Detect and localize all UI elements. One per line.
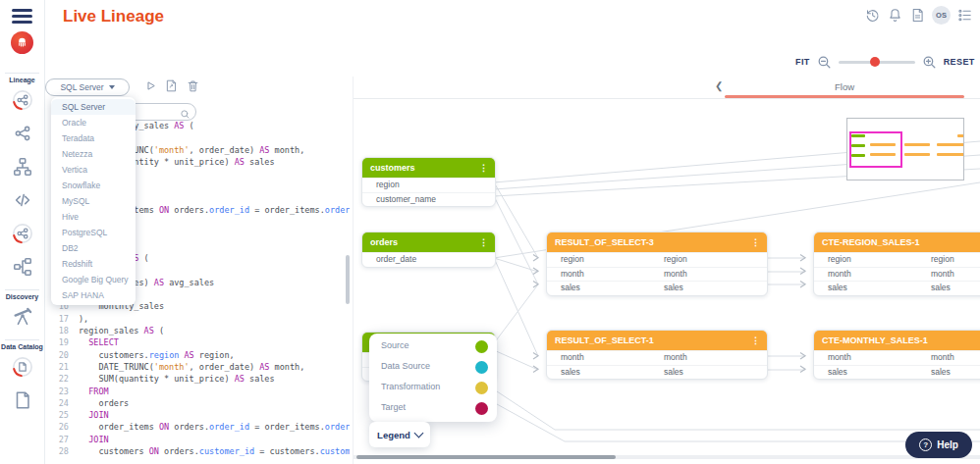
node-field: month: [664, 351, 767, 365]
zoom-slider-thumb[interactable]: [870, 57, 880, 67]
code-line: 26 order_items ON orders.order_id = orde…: [45, 421, 350, 433]
user-avatar[interactable]: OS: [932, 6, 951, 25]
node-header[interactable]: CTE-REGION_SALES-1⋮: [814, 232, 980, 252]
document-icon[interactable]: [12, 389, 33, 411]
tab-flow[interactable]: Flow: [725, 81, 964, 92]
dropdown-item-vertica[interactable]: Vertica: [51, 162, 136, 178]
share-nodes-icon[interactable]: [12, 123, 33, 144]
node-field-row[interactable]: monthmonth: [547, 350, 767, 365]
legend-item-source: Source: [369, 335, 497, 356]
node-header[interactable]: RESULT_OF_SELECT-3⋮: [547, 232, 767, 252]
zoom-slider[interactable]: [839, 61, 915, 64]
hamburger-menu-icon[interactable]: [12, 9, 32, 24]
sql-editor-panel[interactable]: SQL Server 1WITH monthly_sales AS (2 SEL…: [45, 54, 353, 464]
node-field-row[interactable]: salessales: [547, 365, 767, 380]
dropdown-item-snowflake[interactable]: Snowflake: [51, 178, 136, 193]
sitemap-icon[interactable]: [12, 156, 33, 178]
code-line: 22 SUM(quantity * unit_price) AS sales: [45, 373, 350, 385]
node-result-of-select-1[interactable]: RESULT_OF_SELECT-1⋮monthmonthsalessales: [546, 330, 768, 380]
telescope-icon[interactable]: [12, 306, 33, 328]
node-field-row[interactable]: salessales: [814, 281, 980, 295]
history-icon[interactable]: [864, 7, 881, 24]
question-icon: ?: [919, 438, 932, 451]
node-customers[interactable]: customers⋮regioncustomer_name: [361, 157, 496, 207]
minimap-transform-bar: [957, 134, 964, 137]
node-field: region: [931, 253, 980, 267]
node-menu-icon[interactable]: ⋮: [751, 232, 760, 252]
node-field-row[interactable]: regionregion: [547, 252, 767, 267]
node-header[interactable]: RESULT_OF_SELECT-1⋮: [547, 331, 767, 350]
dropdown-item-db2[interactable]: DB2: [51, 240, 136, 256]
dropdown-item-hive[interactable]: Hive: [51, 209, 136, 225]
impact-circular-icon[interactable]: [12, 223, 33, 244]
tab-scroll-left-icon[interactable]: ❮: [715, 80, 723, 91]
zoom-in-icon[interactable]: [921, 54, 938, 71]
dropdown-item-sap-hana[interactable]: SAP HANA: [51, 287, 136, 303]
node-title: CTE-REGION_SALES-1: [822, 237, 920, 247]
node-menu-icon[interactable]: ⋮: [479, 158, 488, 178]
node-cte-monthly-sales-1[interactable]: CTE-MONTHLY_SALES-1⋮monthmonthsalessales: [813, 330, 980, 380]
sidebar-sections: LineageDiscoveryData Catalog: [0, 67, 44, 423]
node-field: month: [828, 268, 931, 282]
node-field: sales: [828, 282, 931, 295]
reset-button[interactable]: RESET: [944, 57, 975, 67]
catalog-circular-icon[interactable]: [12, 356, 33, 378]
hierarchy-icon[interactable]: [12, 256, 33, 278]
editor-vertical-scrollbar[interactable]: [346, 255, 350, 304]
legend-popup: SourceData SourceTransformationTarget: [369, 334, 497, 422]
bell-icon[interactable]: [887, 7, 903, 24]
dropdown-item-oracle[interactable]: Oracle: [51, 115, 136, 130]
dropdown-item-teradata[interactable]: Teradata: [51, 130, 136, 146]
minimap-viewport[interactable]: [849, 131, 902, 168]
settings-list-icon[interactable]: [956, 7, 973, 24]
zoom-out-icon[interactable]: [816, 54, 833, 71]
code-line: 27 JOIN: [45, 434, 350, 445]
section-divider: [5, 339, 39, 340]
minimap[interactable]: [846, 118, 964, 180]
code-icon[interactable]: [12, 189, 33, 211]
help-button[interactable]: ? Help: [905, 432, 972, 458]
node-field-row[interactable]: order_date: [362, 252, 495, 267]
dropdown-item-redshift[interactable]: Redshift: [51, 256, 136, 272]
node-orders[interactable]: orders⋮order_date: [361, 232, 496, 268]
dropdown-item-mysql[interactable]: MySQL: [51, 193, 136, 209]
lineage-canvas[interactable]: SourceData SourceTransformationTarget Le…: [354, 98, 980, 464]
dialect-dropdown-button[interactable]: SQL Server: [45, 78, 130, 96]
node-cte-region-sales-1[interactable]: CTE-REGION_SALES-1⋮regionregionmonthmont…: [813, 232, 980, 296]
node-field-row[interactable]: salessales: [547, 281, 767, 295]
chevron-down-icon: [413, 429, 423, 438]
node-result-of-select-3[interactable]: RESULT_OF_SELECT-3⋮regionregionmonthmont…: [546, 232, 768, 296]
node-field: month: [931, 351, 980, 365]
relationship-circular-icon[interactable]: [12, 89, 33, 111]
node-field-row[interactable]: salessales: [814, 365, 980, 380]
code-line: 18region_sales AS (: [45, 325, 350, 336]
dropdown-item-postgresql[interactable]: PostgreSQL: [51, 225, 136, 240]
dropdown-item-sql-server[interactable]: SQL Server: [51, 99, 136, 115]
fit-button[interactable]: FIT: [795, 57, 810, 67]
code-line: 28 customers ON orders.customer_id = cus…: [45, 445, 350, 457]
node-field-row[interactable]: region: [362, 178, 495, 192]
changelog-icon[interactable]: [909, 7, 926, 24]
node-header[interactable]: customers⋮: [362, 158, 495, 178]
run-button[interactable]: [143, 78, 158, 93]
legend-button[interactable]: Legend: [369, 422, 430, 447]
dropdown-item-google-big-query[interactable]: Google Big Query: [51, 272, 136, 287]
node-header[interactable]: CTE-MONTHLY_SALES-1⋮: [814, 331, 980, 350]
node-field: sales: [561, 282, 664, 295]
legend-item-label: Source: [381, 340, 409, 350]
active-tab-underline: [725, 95, 964, 98]
copy-script-button[interactable]: [164, 78, 179, 93]
app-logo-icon[interactable]: [11, 31, 33, 54]
node-field-row[interactable]: monthmonth: [814, 267, 980, 282]
node-header[interactable]: orders⋮: [362, 232, 495, 252]
canvas-horizontal-scrollbar[interactable]: [356, 455, 616, 459]
node-menu-icon[interactable]: ⋮: [751, 331, 760, 350]
node-field-row[interactable]: customer_name: [362, 192, 495, 207]
node-field-row[interactable]: regionregion: [814, 252, 980, 267]
node-field-row[interactable]: monthmonth: [547, 267, 767, 282]
dropdown-item-netezza[interactable]: Netezza: [51, 146, 136, 162]
dialect-selected-value: SQL Server: [60, 82, 103, 92]
node-field-row[interactable]: monthmonth: [814, 350, 980, 365]
delete-button[interactable]: [186, 78, 200, 93]
node-menu-icon[interactable]: ⋮: [479, 232, 488, 252]
